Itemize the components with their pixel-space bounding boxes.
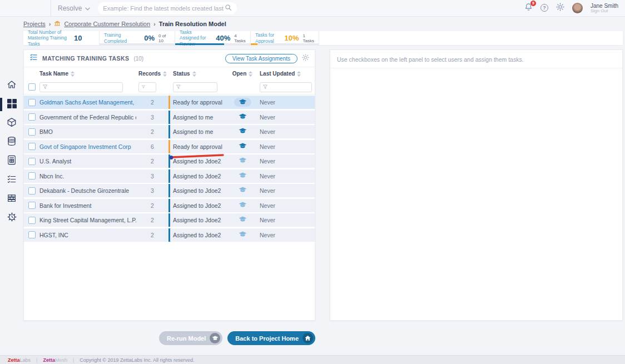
- open-task-button[interactable]: [239, 216, 247, 224]
- table-row[interactable]: BMO2Assigned to meNever: [24, 125, 315, 138]
- stat-total-tasks[interactable]: Total Number of Mastering Training Tasks…: [23, 31, 100, 45]
- table-row[interactable]: U.S. Analyst2Assigned to Jdoe2Never: [24, 154, 315, 168]
- status-color-bar: [168, 140, 170, 153]
- open-task-button[interactable]: [239, 143, 247, 151]
- sidebar-item-dashboard[interactable]: [0, 98, 23, 111]
- back-to-project-home-button[interactable]: Back to Project Home: [227, 331, 315, 345]
- open-task-button[interactable]: [239, 187, 247, 195]
- filter-icon: [43, 84, 47, 89]
- table-row[interactable]: Goldman Sachs Asset Management, L.P.2Rea…: [24, 96, 315, 109]
- status-cell: Ready for approval: [168, 140, 230, 153]
- filter-records-input[interactable]: [147, 84, 156, 90]
- row-checkbox[interactable]: [28, 99, 36, 106]
- stat-tasks-for-approval[interactable]: Tasks for Approval 10% 1 Tasks: [251, 31, 319, 45]
- grid-icon: [7, 99, 17, 111]
- footer: ZettaLabs | ZettaMesh | Copyright © 2019…: [0, 355, 625, 364]
- stat-tasks-for-review[interactable]: Tasks Assigned for Review 40% 4 Tasks: [175, 31, 251, 45]
- status-color-bar: [168, 169, 170, 183]
- logo-space: [0, 0, 51, 17]
- open-task-button[interactable]: [239, 157, 247, 165]
- row-checkbox[interactable]: [28, 158, 36, 165]
- task-name: U.S. Analyst: [39, 158, 71, 164]
- breadcrumb-projects-link[interactable]: Projects: [23, 21, 46, 27]
- open-task-button[interactable]: [239, 113, 247, 121]
- status-cell: Assigned to me: [168, 111, 230, 124]
- table-row[interactable]: King Street Capital Management, L.P.2Ass…: [24, 213, 315, 227]
- records-value: 3: [136, 114, 168, 121]
- notifications-button[interactable]: 9: [524, 3, 533, 13]
- stat-label: Total Number of Mastering Training Tasks: [28, 29, 70, 47]
- table-row[interactable]: HGST, INC2Assigned to Jdoe2Never: [24, 228, 315, 242]
- stat-value: 40%: [216, 34, 230, 42]
- home-icon: [302, 333, 313, 343]
- search-icon[interactable]: [225, 3, 232, 13]
- sidebar-item-home[interactable]: [0, 79, 23, 92]
- gear-icon: [556, 3, 564, 13]
- column-header-records[interactable]: Records: [136, 71, 168, 77]
- records-value: 2: [136, 232, 168, 238]
- stat-training-completed[interactable]: Training Completed 0% 0 of 10: [100, 31, 175, 45]
- settings-button[interactable]: [556, 3, 564, 13]
- status-text: Ready for approval: [173, 99, 222, 106]
- zettalabs-logo: ZettaLabs: [8, 357, 31, 363]
- table-row[interactable]: Govt of Singapore Investment Corp6Ready …: [24, 140, 315, 153]
- document-table-icon: [7, 155, 16, 167]
- row-checkbox[interactable]: [28, 143, 36, 150]
- row-checkbox[interactable]: [28, 128, 36, 136]
- resolve-app-dropdown[interactable]: Resolve: [58, 4, 90, 12]
- row-checkbox[interactable]: [28, 172, 36, 179]
- sidebar-item-tasks[interactable]: [0, 174, 23, 186]
- status-color-bar: [168, 199, 170, 212]
- column-header-status[interactable]: Status: [168, 71, 230, 77]
- task-name-link[interactable]: Goldman Sachs Asset Management, L.P.: [39, 99, 136, 106]
- open-task-button[interactable]: [239, 172, 247, 180]
- status-text: Assigned to Jdoe2: [173, 173, 221, 179]
- row-checkbox[interactable]: [28, 217, 36, 224]
- view-task-assignments-button[interactable]: View Task Assignments: [225, 54, 297, 63]
- rerun-model-button[interactable]: Re-run Model: [159, 331, 222, 345]
- row-checkbox[interactable]: [28, 187, 36, 195]
- table-header-row: Task Name Records Status Open Last Updat…: [24, 67, 315, 80]
- select-all-checkbox[interactable]: [28, 83, 36, 91]
- stat-value: 10%: [285, 34, 299, 42]
- task-name: Government of the Federal Republic of ..…: [39, 114, 136, 121]
- zettamesh-logo: ZettaMesh: [43, 357, 67, 363]
- last-updated-value: Never: [255, 143, 315, 150]
- task-name-link[interactable]: Govt of Singapore Investment Corp: [39, 143, 131, 150]
- sidebar-item-jobs[interactable]: [0, 212, 23, 224]
- table-row[interactable]: Bank for Investment2Assigned to Jdoe2Nev…: [24, 199, 315, 212]
- table-row[interactable]: Dekabank - Deutsche Girozentrale3Assigne…: [24, 184, 315, 197]
- column-header-last-updated[interactable]: Last Updated: [255, 71, 315, 77]
- row-checkbox[interactable]: [28, 113, 36, 121]
- sidebar-item-reports[interactable]: [0, 155, 23, 167]
- open-task-button[interactable]: [239, 231, 247, 239]
- row-checkbox[interactable]: [28, 231, 36, 238]
- filter-status-input[interactable]: [182, 84, 217, 90]
- row-checkbox[interactable]: [28, 202, 36, 209]
- column-header-open[interactable]: Open: [230, 71, 255, 77]
- panel-settings-button[interactable]: [302, 54, 309, 63]
- sidebar-item-models[interactable]: [0, 117, 23, 129]
- avatar[interactable]: [572, 3, 583, 13]
- records-value: 2: [136, 128, 168, 135]
- open-task-button[interactable]: [239, 128, 247, 136]
- filter-last-updated-input[interactable]: [269, 84, 311, 90]
- filter-icon: [263, 84, 267, 89]
- table-row[interactable]: Government of the Federal Republic of ..…: [24, 111, 315, 124]
- task-name: HGST, INC: [39, 232, 68, 238]
- table-row[interactable]: Nbcn Inc.3Assigned to Jdoe2Never: [24, 169, 315, 183]
- breadcrumb: Projects › Corporate Customer Resolution…: [23, 20, 226, 28]
- sidebar-item-queue[interactable]: [0, 193, 23, 205]
- filter-task-name-input[interactable]: [49, 84, 122, 90]
- column-header-task-name[interactable]: Task Name: [39, 71, 136, 77]
- top-bar: Resolve 9 ?: [0, 0, 625, 17]
- status-color-bar: [168, 213, 170, 227]
- search-input[interactable]: [103, 5, 225, 12]
- assignment-hint: Use checkboxes on the left panel to sele…: [330, 50, 622, 68]
- sign-out-link[interactable]: Sign Out: [591, 9, 618, 14]
- help-button[interactable]: ?: [540, 4, 548, 12]
- open-task-button[interactable]: [234, 98, 251, 107]
- sidebar-item-datasets[interactable]: [0, 136, 23, 148]
- breadcrumb-project-link[interactable]: Corporate Customer Resolution: [64, 21, 150, 27]
- open-task-button[interactable]: [239, 202, 247, 210]
